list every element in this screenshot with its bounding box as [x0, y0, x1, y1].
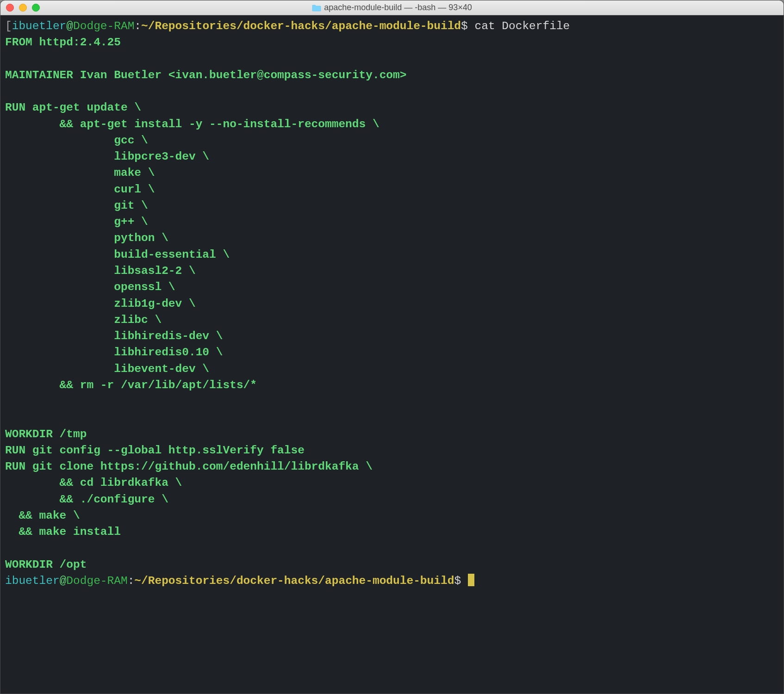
prompt-command: cat Dockerfile [468, 20, 570, 32]
output-line: && make install [5, 526, 121, 538]
terminal-window: apache-module-build — -bash — 93×40 [ibu… [0, 0, 784, 694]
output-line: openssl \ [5, 281, 175, 293]
prompt-path: ~/Repositories/docker-hacks/apache-modul… [134, 575, 454, 587]
minimize-icon[interactable] [19, 4, 27, 12]
output-line: libsasl2-2 \ [5, 265, 196, 277]
output-line: RUN git clone https://github.com/edenhil… [5, 460, 373, 473]
traffic-lights [6, 4, 40, 12]
output-line: python \ [5, 232, 168, 244]
output-line: && ./configure \ [5, 493, 168, 506]
output-line: WORKDIR /tmp [5, 428, 87, 440]
output-line: WORKDIR /opt [5, 558, 87, 571]
prompt-host: Dodge-RAM [66, 575, 127, 587]
prompt-user: ibuetler [5, 575, 60, 587]
prompt-at: @ [60, 575, 67, 587]
prompt-dollar: $ [454, 575, 461, 587]
prompt-colon: : [134, 20, 141, 32]
output-line: && rm -r /var/lib/apt/lists/* [5, 379, 257, 391]
output-line: make \ [5, 167, 155, 179]
output-line: libhiredis0.10 \ [5, 346, 223, 359]
prompt-space [461, 575, 468, 587]
output-line: build-essential \ [5, 248, 230, 261]
output-line: libevent-dev \ [5, 363, 209, 375]
output-line: && apt-get install -y --no-install-recom… [5, 118, 380, 130]
prompt-host: Dodge-RAM [73, 20, 134, 32]
folder-icon [312, 4, 321, 12]
prompt-user: ibuetler [12, 20, 67, 32]
close-icon[interactable] [6, 4, 14, 12]
output-line: && cd librdkafka \ [5, 477, 182, 489]
prompt-bracket: [ [5, 20, 12, 32]
output-line: libhiredis-dev \ [5, 330, 223, 342]
prompt-dollar: $ [461, 20, 468, 32]
prompt-path: ~/Repositories/docker-hacks/apache-modul… [141, 20, 461, 32]
output-line: && make \ [5, 509, 80, 522]
output-line: g++ \ [5, 216, 148, 228]
window-title: apache-module-build — -bash — 93×40 [0, 3, 784, 12]
output-line: git \ [5, 199, 148, 212]
window-titlebar[interactable]: apache-module-build — -bash — 93×40 [0, 0, 784, 15]
output-line: zlib1g-dev \ [5, 297, 196, 310]
output-line: RUN apt-get update \ [5, 101, 141, 114]
prompt-at: @ [66, 20, 73, 32]
prompt-colon: : [128, 575, 135, 587]
terminal-body[interactable]: [ibuetler@Dodge-RAM:~/Repositories/docke… [0, 15, 784, 694]
maximize-icon[interactable] [32, 4, 40, 12]
output-line: curl \ [5, 183, 155, 196]
output-line: gcc \ [5, 134, 148, 147]
output-line: MAINTAINER Ivan Buetler <ivan.buetler@co… [5, 69, 406, 81]
output-line: zlibc \ [5, 314, 162, 326]
output-line: RUN git config --global http.sslVerify f… [5, 444, 305, 457]
window-title-text: apache-module-build — -bash — 93×40 [324, 3, 472, 12]
output-line: FROM httpd:2.4.25 [5, 36, 121, 49]
cursor-icon [468, 574, 474, 586]
output-line: libpcre3-dev \ [5, 150, 209, 163]
